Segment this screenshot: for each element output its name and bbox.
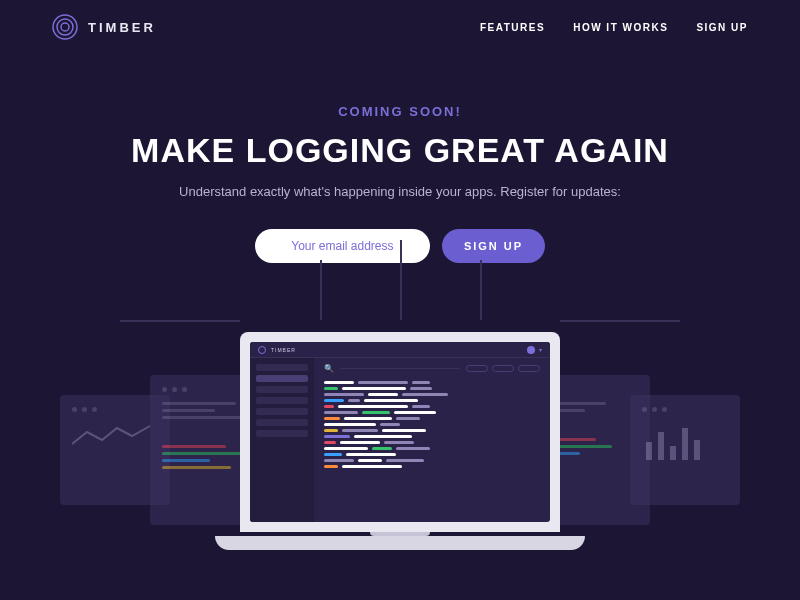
app-logo-icon [258, 346, 266, 354]
sidebar-item [256, 408, 308, 415]
nav-features[interactable]: FEATURES [480, 22, 545, 33]
app-toolbar: 🔍 [324, 364, 540, 373]
connector-line [120, 320, 240, 322]
connector-line [480, 260, 482, 320]
avatar-icon [527, 346, 535, 354]
app-sidebar [250, 358, 314, 522]
filter-chip [466, 365, 488, 372]
hero-subtitle: Understand exactly what's happening insi… [0, 184, 800, 199]
svg-rect-5 [670, 446, 676, 460]
sidebar-item [256, 364, 308, 371]
search-icon: 🔍 [324, 364, 334, 373]
hero-headline: MAKE LOGGING GREAT AGAIN [0, 131, 800, 170]
svg-rect-4 [658, 432, 664, 460]
svg-point-1 [57, 19, 73, 35]
brand-logo-icon [52, 14, 78, 40]
connector-line [320, 260, 322, 320]
sidebar-item [256, 397, 308, 404]
signup-button[interactable]: SIGN UP [442, 229, 545, 263]
sidebar-item [256, 419, 308, 426]
bars-icon [642, 422, 722, 462]
chart-icon [72, 422, 152, 452]
log-lines [324, 381, 540, 468]
ghost-panel [630, 395, 740, 505]
app-window: TIMBER ▾ [250, 342, 550, 522]
hero-eyebrow: COMING SOON! [0, 104, 800, 119]
laptop-base [215, 536, 585, 550]
app-header: TIMBER ▾ [250, 342, 550, 358]
chevron-down-icon: ▾ [539, 346, 542, 353]
nav-how-it-works[interactable]: HOW IT WORKS [573, 22, 668, 33]
svg-rect-3 [646, 442, 652, 460]
svg-point-2 [61, 23, 69, 31]
search-underline [340, 368, 460, 369]
filter-chip [518, 365, 540, 372]
top-nav: TIMBER FEATURES HOW IT WORKS SIGN UP [0, 0, 800, 40]
sidebar-item [256, 375, 308, 382]
connector-line [560, 320, 680, 322]
nav-signup[interactable]: SIGN UP [696, 22, 748, 33]
laptop-screen: TIMBER ▾ [240, 332, 560, 532]
laptop-mockup: TIMBER ▾ [215, 332, 585, 550]
connector-line [400, 240, 402, 320]
brand-name: TIMBER [88, 20, 156, 35]
svg-rect-6 [682, 428, 688, 460]
email-field[interactable] [255, 229, 430, 263]
nav-links: FEATURES HOW IT WORKS SIGN UP [480, 22, 748, 33]
brand: TIMBER [52, 14, 156, 40]
app-brand: TIMBER [271, 347, 296, 353]
svg-rect-7 [694, 440, 700, 460]
hero-illustration: TIMBER ▾ [0, 280, 800, 600]
sidebar-item [256, 386, 308, 393]
app-main: 🔍 [314, 358, 550, 522]
sidebar-item [256, 430, 308, 437]
filter-chip [492, 365, 514, 372]
